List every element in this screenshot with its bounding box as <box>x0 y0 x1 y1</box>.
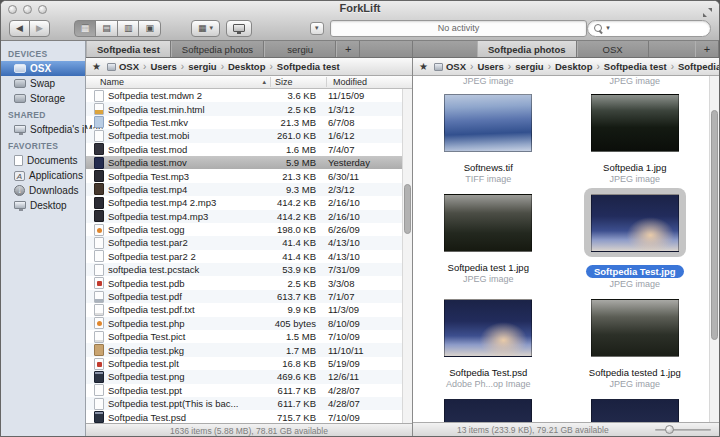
breadcrumb-item-softpedia-test[interactable]: Softpedia test <box>602 61 669 72</box>
zoom-button[interactable] <box>38 5 47 14</box>
file-row[interactable]: Softpedia test.ppt(This is bac...611.7 K… <box>86 397 402 410</box>
tab-softpedia-photos[interactable]: Softpedia photos <box>477 41 577 57</box>
file-modified: 2/3/12 <box>322 184 402 195</box>
img-dark-file-icon <box>94 371 104 383</box>
file-row[interactable]: Softpedia test.mov5.9 MBYesterday <box>86 156 402 169</box>
breadcrumb-item-sergiu[interactable]: sergiu <box>186 61 219 72</box>
file-row[interactable]: Softpedia test.mp4.mp3414.2 KB2/16/10 <box>86 210 402 223</box>
sidebar-item-applications[interactable]: AApplications <box>1 168 85 183</box>
fullscreen-icon[interactable] <box>702 4 713 15</box>
file-row[interactable]: softpedia test.pcstack53.9 KB7/31/09 <box>86 263 402 276</box>
file-row[interactable]: Softpedia test.plt16.8 KB5/19/09 <box>86 357 402 370</box>
file-row[interactable]: Softpedia test.mobi261.0 KB1/6/12 <box>86 129 402 142</box>
breadcrumb-item-osx[interactable]: OSX <box>105 61 141 72</box>
file-name: Softpedia test.mp4.mp3 <box>108 211 266 222</box>
sidebar-item-softpedia-s-imac[interactable]: Softpedia's iMac <box>1 122 85 137</box>
slider-knob[interactable] <box>665 425 674 434</box>
file-row[interactable]: Softpedia test.pdf613.7 KB7/1/07 <box>86 290 402 303</box>
sidebar-item-downloads[interactable]: ↓Downloads <box>1 183 85 198</box>
file-row[interactable]: Softpedia test.min.html2.5 KB1/3/12 <box>86 102 402 115</box>
icon-view-item[interactable]: Softpedia Test.psdAdobe Ph...op Image <box>415 292 562 392</box>
file-row[interactable]: Softpedia test.mdwn 23.6 KB11/15/09 <box>86 89 402 102</box>
coverflow-view-button[interactable]: ▣ <box>138 20 161 37</box>
icon-view-item[interactable]: Softpedia tested 1.jpgJPEG image <box>562 292 709 392</box>
file-name: Softpedia test.pkg <box>108 345 266 356</box>
right-status-text: 13 items (233.9 KB), 79.21 GB available <box>457 425 609 435</box>
right-scrollbar[interactable] <box>709 76 719 422</box>
connect-button[interactable] <box>226 20 252 37</box>
breadcrumb-item-softpedia-test[interactable]: Softpedia test <box>275 61 342 72</box>
breadcrumb-item-desktop[interactable]: Desktop <box>553 61 594 72</box>
column-view-button[interactable]: ▥ <box>117 20 140 37</box>
back-button[interactable]: ◀ <box>9 20 30 37</box>
minimize-button[interactable] <box>23 5 32 14</box>
breadcrumb-item-softpedia-photos[interactable]: Softpedia photos <box>676 61 719 72</box>
file-row[interactable]: Softpedia test.mod1.6 MB7/4/07 <box>86 143 402 156</box>
breadcrumb-item-sergiu[interactable]: sergiu <box>513 61 546 72</box>
new-tab-button[interactable]: + <box>336 41 360 57</box>
icon-view-item[interactable] <box>415 392 562 422</box>
favorite-star-icon[interactable]: ★ <box>419 61 428 72</box>
list-view-button[interactable]: ▤ <box>95 20 118 37</box>
column-header-name[interactable]: Name ▴ <box>86 77 270 87</box>
tab-softpedia-test[interactable]: Softpedia test <box>86 41 171 57</box>
new-tab-button[interactable]: + <box>695 41 719 57</box>
icon-view-item[interactable]: Softnews.tifTIFF image <box>415 87 562 187</box>
tab-osx[interactable]: OSX <box>577 41 649 57</box>
breadcrumb-item-osx[interactable]: OSX <box>432 61 468 72</box>
titlebar[interactable]: ForkLift <box>1 1 719 16</box>
file-row[interactable]: Softpedia test.par241.4 KB4/13/10 <box>86 236 402 249</box>
icon-view-item[interactable]: Softpedia 1.jpgJPEG image <box>562 87 709 187</box>
file-row[interactable]: Softpedia test.par2 241.4 KB4/13/10 <box>86 250 402 263</box>
file-row[interactable]: Softpedia Test.pict1.5 MB7/10/09 <box>86 330 402 343</box>
column-header-size[interactable]: Size <box>270 77 326 87</box>
icon-size-slider[interactable] <box>655 429 711 431</box>
right-scrollbar-thumb[interactable] <box>711 110 718 340</box>
tab-softpedia-photos[interactable]: Softpedia photos <box>171 41 264 57</box>
file-row[interactable]: Softpedia test.php405 bytes8/10/09 <box>86 317 402 330</box>
column-header-modified[interactable]: Modified <box>326 77 412 87</box>
sidebar-item-documents[interactable]: Documents <box>1 153 85 168</box>
sidebar-item-storage[interactable]: Storage <box>1 91 85 106</box>
activity-disclosure-button[interactable]: ▼ <box>310 22 324 35</box>
arrange-button[interactable]: ▦ ▾ <box>191 20 220 37</box>
sidebar-section-shared: SHARED <box>1 106 85 122</box>
icon-view-item[interactable]: JPEG image <box>415 76 562 87</box>
sidebar-item-swap[interactable]: Swap <box>1 76 85 91</box>
icon-view-item[interactable]: Softpedia Test.jpgJPEG image <box>562 187 709 292</box>
file-row[interactable]: Softpedia test.mp4 2.mp3414.2 KB2/16/10 <box>86 196 402 209</box>
icon-view-item[interactable]: Softpedia test 1.jpgJPEG image <box>415 187 562 292</box>
favorite-star-icon[interactable]: ★ <box>92 61 101 72</box>
left-scrollbar[interactable] <box>402 89 412 423</box>
file-row[interactable]: Softpedia test.pdf.txt9.9 KB11/3/09 <box>86 303 402 316</box>
file-name: Softpedia test.mod <box>108 144 266 155</box>
sidebar-item-label: OSX <box>30 63 51 74</box>
sidebar-item-osx[interactable]: OSX <box>1 61 85 76</box>
photo-thumbnail <box>591 399 679 422</box>
breadcrumb-item-users[interactable]: Users <box>148 61 178 72</box>
left-pane-tabs: Softpedia testSoftpedia photossergiu+ <box>86 41 413 57</box>
left-scrollbar-thumb[interactable] <box>404 184 411 234</box>
icon-view-button[interactable]: ▦ <box>74 20 97 37</box>
file-row[interactable]: Softpedia test.mp49.3 MB2/3/12 <box>86 183 402 196</box>
file-row[interactable]: Softpedia Test.psd715.7 KB7/10/09 <box>86 410 402 423</box>
icon-view-item[interactable]: JPEG image <box>562 76 709 87</box>
search-input[interactable]: ▾ <box>587 20 711 37</box>
file-row[interactable]: Softpedia test.pdb2.5 KB3/3/08 <box>86 276 402 289</box>
breadcrumb-item-users[interactable]: Users <box>475 61 505 72</box>
forward-button[interactable]: ▶ <box>29 20 50 37</box>
file-row[interactable]: Softpedia test.ppt611.7 KB4/28/07 <box>86 384 402 397</box>
file-row[interactable]: Softpedia Test.mp321.3 KB6/30/11 <box>86 169 402 182</box>
breadcrumb-item-desktop[interactable]: Desktop <box>226 61 267 72</box>
file-name: Softpedia Test.psd <box>108 412 266 423</box>
close-button[interactable] <box>8 5 17 14</box>
icon-view-item[interactable] <box>562 392 709 422</box>
video-light-file-icon <box>94 116 104 128</box>
sidebar-item-desktop[interactable]: Desktop <box>1 198 85 213</box>
file-row[interactable]: Softpedia test.ogg198.0 KB6/26/09 <box>86 223 402 236</box>
tab-sergiu[interactable]: sergiu <box>264 41 336 57</box>
file-row[interactable]: Softpedia Test.mkv21.3 MB6/7/08 <box>86 116 402 129</box>
file-row[interactable]: Softpedia test.pkg1.7 MB11/10/11 <box>86 343 402 356</box>
file-row[interactable]: Softpedia test.png469.6 KB12/6/11 <box>86 370 402 383</box>
file-modified: 11/10/11 <box>322 345 402 356</box>
